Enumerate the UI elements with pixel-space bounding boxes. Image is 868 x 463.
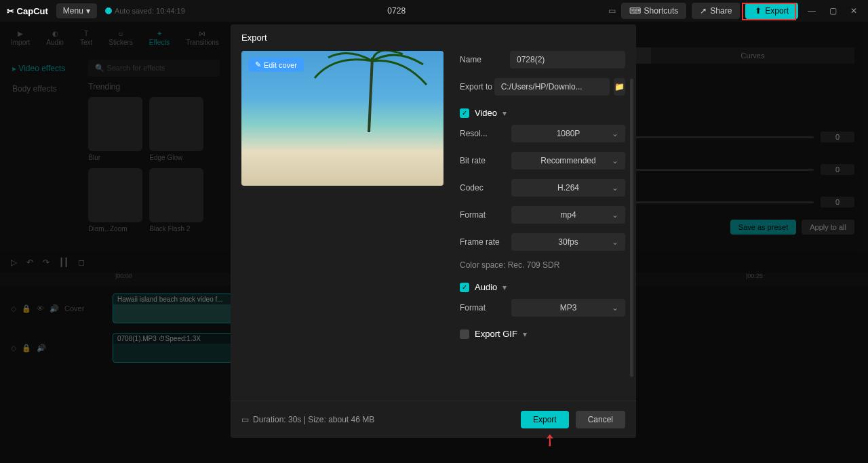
audio-format-select[interactable]: MP3 bbox=[511, 299, 625, 317]
mode-curves[interactable]: Curves bbox=[651, 47, 854, 64]
cover-preview: ✎ Edit cover bbox=[241, 51, 443, 186]
close-icon[interactable]: ✕ bbox=[846, 6, 861, 16]
redo-icon[interactable]: ↷ bbox=[43, 258, 50, 267]
tab-import[interactable]: ▶Import bbox=[5, 27, 35, 49]
name-input[interactable] bbox=[510, 51, 625, 68]
annotation-highlight bbox=[742, 3, 796, 20]
maximize-icon[interactable]: ▢ bbox=[825, 6, 841, 16]
effect-blur[interactable]: Blur bbox=[88, 97, 142, 161]
autosave-status: Auto saved: 10:44:19 bbox=[105, 7, 185, 15]
cancel-button[interactable]: Cancel bbox=[576, 411, 625, 428]
bitrate-select[interactable]: Recommended bbox=[511, 152, 625, 169]
tab-effects[interactable]: ✦Effects bbox=[144, 27, 175, 49]
video-clip[interactable]: Hawaii island beach stock video f... bbox=[113, 294, 235, 323]
export-button[interactable]: Export bbox=[521, 411, 569, 428]
tab-transitions[interactable]: ⋈Transitions bbox=[180, 27, 224, 49]
tab-stickers[interactable]: ☺Stickers bbox=[103, 27, 138, 49]
subtab-body-effects[interactable]: Body effects bbox=[5, 80, 72, 98]
save-preset-button[interactable]: Save as preset bbox=[730, 220, 796, 235]
subtab-video-effects[interactable]: ▸ Video effects bbox=[5, 60, 72, 77]
audio-checkbox[interactable]: ✓ bbox=[460, 283, 469, 292]
resolution-select[interactable]: 1080P bbox=[511, 125, 625, 142]
browse-folder-button[interactable]: 📁 bbox=[614, 78, 625, 96]
minimize-icon[interactable]: — bbox=[804, 6, 820, 16]
cursor-tool-icon[interactable]: ▷ bbox=[11, 258, 17, 267]
crop-icon[interactable]: ◻ bbox=[78, 258, 85, 267]
cover-button[interactable]: Cover bbox=[64, 304, 84, 313]
trending-label: Trending bbox=[77, 82, 231, 92]
left-panel: ▶Import ◐Audio TText ☺Stickers ✦Effects … bbox=[0, 22, 231, 252]
top-bar: ✂ CapCut Menu ▾ Auto saved: 10:44:19 072… bbox=[0, 0, 868, 22]
tab-audio[interactable]: ◐Audio bbox=[41, 27, 69, 49]
framerate-select[interactable]: 30fps bbox=[511, 233, 625, 251]
share-button[interactable]: ↗ Share bbox=[692, 3, 740, 19]
effect-black-flash[interactable]: Black Flash 2 bbox=[149, 168, 203, 233]
edit-cover-button[interactable]: ✎ Edit cover bbox=[248, 58, 304, 72]
menu-button[interactable]: Menu ▾ bbox=[56, 3, 97, 18]
dialog-title: Export bbox=[231, 24, 636, 51]
dialog-scrollbar[interactable] bbox=[630, 79, 633, 377]
colorspace-info: Color space: Rec. 709 SDR bbox=[460, 260, 625, 270]
app-logo: ✂ CapCut bbox=[7, 6, 48, 16]
video-checkbox[interactable]: ✓ bbox=[460, 108, 469, 118]
search-input[interactable]: 🔍 Search for effects bbox=[88, 60, 220, 77]
project-title: 0728 bbox=[193, 6, 600, 16]
exportto-input[interactable] bbox=[494, 78, 610, 96]
codec-select[interactable]: H.264 bbox=[511, 179, 625, 197]
effect-diamond-zoom[interactable]: Diam...Zoom bbox=[88, 168, 142, 233]
audio-clip[interactable]: 0708(1).MP3 ⏱Speed:1.3X bbox=[113, 333, 235, 363]
undo-icon[interactable]: ↶ bbox=[26, 258, 33, 267]
video-format-select[interactable]: mp4 bbox=[511, 206, 625, 224]
shortcuts-button[interactable]: ⌨ Shortcuts bbox=[621, 3, 687, 19]
export-info: ▭ Duration: 30s | Size: about 46 MB bbox=[241, 415, 521, 424]
export-dialog: Export ✎ Edit cover Name Export to📁 ✓Vid… bbox=[231, 24, 636, 438]
aspect-icon[interactable]: ▭ bbox=[608, 6, 616, 16]
effect-edge-glow[interactable]: Edge Glow bbox=[149, 97, 203, 161]
gif-checkbox[interactable] bbox=[460, 329, 469, 339]
split-icon[interactable]: ┃┃ bbox=[59, 258, 68, 267]
tab-text[interactable]: TText bbox=[75, 27, 98, 49]
apply-all-button[interactable]: Apply to all bbox=[802, 220, 854, 235]
